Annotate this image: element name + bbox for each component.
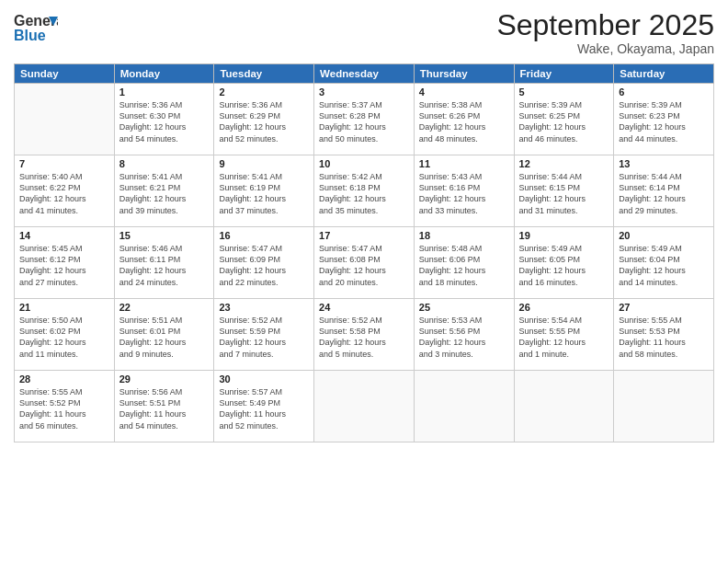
table-row: 1Sunrise: 5:36 AM Sunset: 6:30 PM Daylig… [15,84,714,155]
table-cell: 28Sunrise: 5:55 AM Sunset: 5:52 PM Dayli… [15,371,115,442]
day-number: 2 [219,86,309,98]
day-number: 16 [219,230,309,241]
day-number: 10 [319,158,409,169]
day-number: 29 [119,373,210,385]
col-thursday: Thursday [414,64,514,84]
table-cell: 22Sunrise: 5:51 AM Sunset: 6:01 PM Dayli… [114,299,214,371]
table-cell: 15Sunrise: 5:46 AM Sunset: 6:11 PM Dayli… [114,227,214,299]
day-number: 26 [519,302,609,313]
table-cell [614,371,714,442]
table-cell [15,84,115,155]
day-info: Sunrise: 5:53 AM Sunset: 5:56 PM Dayligh… [419,315,509,360]
table-cell: 2Sunrise: 5:36 AM Sunset: 6:29 PM Daylig… [214,84,314,155]
table-cell: 29Sunrise: 5:56 AM Sunset: 5:51 PM Dayli… [114,371,214,442]
table-row: 7Sunrise: 5:40 AM Sunset: 6:22 PM Daylig… [15,155,714,227]
table-cell: 8Sunrise: 5:41 AM Sunset: 6:21 PM Daylig… [114,155,214,227]
table-cell: 27Sunrise: 5:55 AM Sunset: 5:53 PM Dayli… [614,299,714,371]
day-number: 1 [119,86,210,98]
table-cell: 14Sunrise: 5:45 AM Sunset: 6:12 PM Dayli… [15,227,115,299]
day-info: Sunrise: 5:37 AM Sunset: 6:28 PM Dayligh… [319,99,409,144]
day-info: Sunrise: 5:51 AM Sunset: 6:01 PM Dayligh… [119,315,210,360]
table-cell: 23Sunrise: 5:52 AM Sunset: 5:59 PM Dayli… [214,299,314,371]
day-info: Sunrise: 5:44 AM Sunset: 6:14 PM Dayligh… [619,171,709,216]
day-info: Sunrise: 5:39 AM Sunset: 6:25 PM Dayligh… [519,99,609,144]
col-sunday: Sunday [15,64,115,84]
table-cell [314,371,415,442]
logo-icon: General Blue [14,9,58,46]
table-cell: 7Sunrise: 5:40 AM Sunset: 6:22 PM Daylig… [15,155,115,227]
day-info: Sunrise: 5:49 AM Sunset: 6:05 PM Dayligh… [519,243,609,288]
day-info: Sunrise: 5:47 AM Sunset: 6:08 PM Dayligh… [319,243,409,288]
table-cell: 19Sunrise: 5:49 AM Sunset: 6:05 PM Dayli… [514,227,614,299]
day-info: Sunrise: 5:57 AM Sunset: 5:49 PM Dayligh… [219,386,309,431]
table-cell [414,371,514,442]
table-cell: 13Sunrise: 5:44 AM Sunset: 6:14 PM Dayli… [614,155,714,227]
day-info: Sunrise: 5:42 AM Sunset: 6:18 PM Dayligh… [319,171,409,216]
col-saturday: Saturday [614,64,714,84]
day-info: Sunrise: 5:52 AM Sunset: 5:58 PM Dayligh… [319,315,409,360]
day-info: Sunrise: 5:56 AM Sunset: 5:51 PM Dayligh… [119,386,210,431]
table-row: 21Sunrise: 5:50 AM Sunset: 6:02 PM Dayli… [15,299,714,371]
day-number: 20 [619,230,709,241]
table-cell: 25Sunrise: 5:53 AM Sunset: 5:56 PM Dayli… [414,299,514,371]
day-number: 4 [419,86,509,98]
location: Wake, Okayama, Japan [496,41,714,56]
day-number: 7 [19,158,109,169]
table-cell [514,371,614,442]
col-monday: Monday [114,64,214,84]
table-cell: 26Sunrise: 5:54 AM Sunset: 5:55 PM Dayli… [514,299,614,371]
day-number: 25 [419,302,509,313]
table-cell: 9Sunrise: 5:41 AM Sunset: 6:19 PM Daylig… [214,155,314,227]
table-row: 28Sunrise: 5:55 AM Sunset: 5:52 PM Dayli… [15,371,714,442]
table-cell: 21Sunrise: 5:50 AM Sunset: 6:02 PM Dayli… [15,299,115,371]
calendar-table: Sunday Monday Tuesday Wednesday Thursday… [14,63,714,442]
logo: General Blue [14,9,60,46]
header-row: Sunday Monday Tuesday Wednesday Thursday… [15,64,714,84]
table-cell: 5Sunrise: 5:39 AM Sunset: 6:25 PM Daylig… [514,84,614,155]
day-info: Sunrise: 5:46 AM Sunset: 6:11 PM Dayligh… [119,243,210,288]
table-cell: 18Sunrise: 5:48 AM Sunset: 6:06 PM Dayli… [414,227,514,299]
day-number: 19 [519,230,609,241]
day-info: Sunrise: 5:52 AM Sunset: 5:59 PM Dayligh… [219,315,309,360]
table-cell: 12Sunrise: 5:44 AM Sunset: 6:15 PM Dayli… [514,155,614,227]
col-friday: Friday [514,64,614,84]
day-number: 3 [319,86,409,98]
table-cell: 24Sunrise: 5:52 AM Sunset: 5:58 PM Dayli… [314,299,415,371]
day-info: Sunrise: 5:36 AM Sunset: 6:30 PM Dayligh… [119,99,210,144]
day-info: Sunrise: 5:50 AM Sunset: 6:02 PM Dayligh… [19,315,109,360]
day-info: Sunrise: 5:49 AM Sunset: 6:04 PM Dayligh… [619,243,709,288]
table-cell: 6Sunrise: 5:39 AM Sunset: 6:23 PM Daylig… [614,84,714,155]
day-number: 5 [519,86,609,98]
calendar-page: General Blue September 2025 Wake, Okayam… [0,0,728,563]
header: General Blue September 2025 Wake, Okayam… [14,9,714,56]
table-cell: 11Sunrise: 5:43 AM Sunset: 6:16 PM Dayli… [414,155,514,227]
day-info: Sunrise: 5:38 AM Sunset: 6:26 PM Dayligh… [419,99,509,144]
table-row: 14Sunrise: 5:45 AM Sunset: 6:12 PM Dayli… [15,227,714,299]
day-number: 13 [619,158,709,169]
day-info: Sunrise: 5:54 AM Sunset: 5:55 PM Dayligh… [519,315,609,360]
day-number: 15 [119,230,210,241]
day-number: 28 [19,373,109,385]
day-number: 24 [319,302,409,313]
day-info: Sunrise: 5:36 AM Sunset: 6:29 PM Dayligh… [219,99,309,144]
day-info: Sunrise: 5:48 AM Sunset: 6:06 PM Dayligh… [419,243,509,288]
day-number: 9 [219,158,309,169]
day-number: 12 [519,158,609,169]
day-number: 11 [419,158,509,169]
day-number: 30 [219,373,309,385]
table-cell: 1Sunrise: 5:36 AM Sunset: 6:30 PM Daylig… [114,84,214,155]
svg-text:Blue: Blue [14,28,46,43]
day-info: Sunrise: 5:40 AM Sunset: 6:22 PM Dayligh… [19,171,109,216]
table-cell: 4Sunrise: 5:38 AM Sunset: 6:26 PM Daylig… [414,84,514,155]
day-number: 14 [19,230,109,241]
month-title: September 2025 [496,9,714,41]
day-info: Sunrise: 5:55 AM Sunset: 5:52 PM Dayligh… [19,386,109,431]
col-tuesday: Tuesday [214,64,314,84]
day-number: 17 [319,230,409,241]
day-info: Sunrise: 5:43 AM Sunset: 6:16 PM Dayligh… [419,171,509,216]
day-info: Sunrise: 5:44 AM Sunset: 6:15 PM Dayligh… [519,171,609,216]
table-cell: 3Sunrise: 5:37 AM Sunset: 6:28 PM Daylig… [314,84,415,155]
day-number: 23 [219,302,309,313]
col-wednesday: Wednesday [314,64,415,84]
day-info: Sunrise: 5:41 AM Sunset: 6:19 PM Dayligh… [219,171,309,216]
